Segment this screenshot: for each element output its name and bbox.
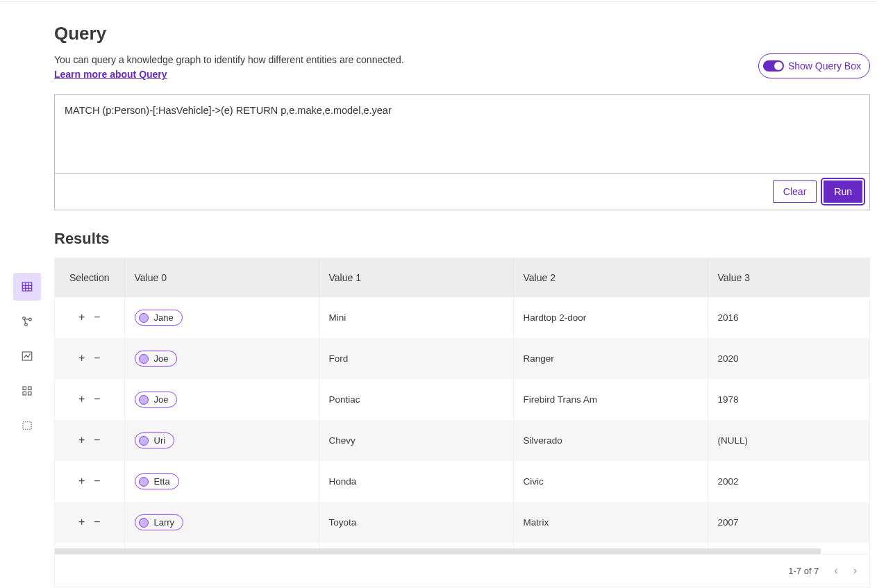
entity-dot-icon: [139, 518, 149, 528]
results-table: Selection Value 0 Value 1 Value 2 Value …: [55, 258, 869, 548]
selection-cell: +−: [55, 543, 124, 548]
value-cell: [319, 543, 513, 548]
value-cell: Ranger: [513, 338, 708, 379]
svg-point-6: [29, 318, 32, 321]
value-cell: [513, 543, 708, 548]
value-cell: 2002: [708, 461, 869, 502]
entity-dot-icon: [139, 313, 149, 323]
value-cell: 1978: [708, 379, 869, 420]
value-cell: (NULL): [708, 420, 869, 461]
selection-cell: +−: [55, 338, 124, 379]
remove-row-icon[interactable]: −: [92, 435, 102, 445]
add-row-icon[interactable]: +: [77, 476, 87, 486]
results-panel: Selection Value 0 Value 1 Value 2 Value …: [54, 258, 870, 587]
value-cell: 2020: [708, 338, 869, 379]
svg-rect-13: [23, 392, 26, 396]
entity-cell: Joe: [124, 338, 319, 379]
remove-row-icon[interactable]: −: [92, 394, 102, 404]
svg-rect-15: [23, 422, 31, 430]
value-cell: Hardtop 2-door: [513, 297, 708, 338]
add-row-icon[interactable]: +: [77, 394, 87, 404]
col-value-1[interactable]: Value 1: [319, 258, 513, 297]
pagination-bar: 1-7 of 7 ‹ ›: [55, 554, 869, 587]
selection-cell: +−: [55, 502, 124, 543]
next-page-icon[interactable]: ›: [853, 564, 857, 577]
page-description: You can query a knowledge graph to ident…: [54, 54, 404, 65]
run-button[interactable]: Run: [824, 180, 862, 203]
table-row: +−UriChevySilverado(NULL): [55, 420, 869, 461]
add-row-icon[interactable]: +: [77, 312, 87, 322]
svg-point-7: [25, 324, 28, 326]
table-row: +−LarryToyotaMatrix2007: [55, 502, 869, 543]
remove-row-icon[interactable]: −: [92, 312, 102, 322]
toggle-label: Show Query Box: [788, 60, 861, 72]
value-cell: Civic: [513, 461, 708, 502]
learn-more-link[interactable]: Learn more about Query: [54, 69, 167, 80]
page-title: Query: [54, 23, 404, 44]
results-scroll[interactable]: Selection Value 0 Value 1 Value 2 Value …: [55, 258, 869, 548]
remove-row-icon[interactable]: −: [92, 353, 102, 363]
value-cell: [708, 543, 869, 548]
prev-page-icon[interactable]: ‹: [834, 564, 837, 577]
entity-chip[interactable]: Joe: [135, 351, 178, 367]
chart-view-icon[interactable]: [13, 342, 41, 370]
svg-rect-0: [22, 283, 32, 291]
entity-chip[interactable]: Uri: [135, 432, 175, 448]
value-cell: 2016: [708, 297, 869, 338]
col-selection[interactable]: Selection: [55, 258, 124, 297]
entity-cell: Etta: [124, 461, 319, 502]
table-row: +−EttaHondaCivic2002: [55, 461, 869, 502]
col-value-0[interactable]: Value 0: [124, 258, 319, 297]
value-cell: Honda: [319, 461, 513, 502]
add-row-icon[interactable]: +: [77, 353, 87, 363]
query-editor: Clear Run: [54, 94, 870, 210]
remove-row-icon[interactable]: −: [92, 476, 102, 486]
show-query-box-toggle[interactable]: Show Query Box: [758, 53, 870, 78]
entity-cell: Uri: [124, 420, 319, 461]
results-title: Results: [54, 230, 870, 248]
svg-line-9: [24, 319, 26, 324]
entity-label: Larry: [154, 517, 175, 528]
col-value-3[interactable]: Value 3: [708, 258, 869, 297]
pagination-text: 1-7 of 7: [788, 566, 819, 576]
entity-label: Uri: [154, 435, 166, 446]
value-cell: Pontiac: [319, 379, 513, 420]
table-row: +−JaneMiniHardtop 2-door2016: [55, 297, 869, 338]
value-cell: Firebird Trans Am: [513, 379, 708, 420]
graph-view-icon[interactable]: [13, 308, 41, 335]
entity-chip[interactable]: Larry: [135, 514, 184, 530]
view-rail: [0, 2, 54, 588]
query-input[interactable]: [55, 95, 869, 170]
entity-dot-icon: [139, 477, 149, 487]
entity-chip[interactable]: Etta: [135, 473, 179, 489]
entity-chip[interactable]: Jane: [135, 310, 183, 326]
entity-dot-icon: [139, 354, 149, 364]
svg-rect-12: [28, 387, 32, 390]
add-row-icon[interactable]: +: [77, 517, 87, 527]
entity-label: Joe: [154, 394, 169, 405]
col-value-2[interactable]: Value 2: [513, 258, 708, 297]
remove-row-icon[interactable]: −: [92, 517, 102, 527]
value-cell: Toyota: [319, 502, 513, 543]
add-row-icon[interactable]: +: [77, 435, 87, 445]
entity-chip[interactable]: Joe: [135, 392, 178, 408]
entity-cell: Jane: [124, 297, 319, 338]
grid-view-icon[interactable]: [13, 377, 41, 405]
svg-rect-14: [28, 392, 32, 396]
table-row: +−JoePontiacFirebird Trans Am1978: [55, 379, 869, 420]
table-row: +−: [55, 543, 869, 548]
value-cell: Chevy: [319, 420, 513, 461]
entity-label: Joe: [154, 353, 169, 364]
entity-cell: Larry: [124, 502, 319, 543]
clear-button[interactable]: Clear: [773, 180, 817, 203]
entity-label: Jane: [154, 312, 174, 323]
table-row: +−JoeFordRanger2020: [55, 338, 869, 379]
value-cell: 2007: [708, 502, 869, 543]
horizontal-scrollbar[interactable]: [55, 548, 821, 554]
selection-cell: +−: [55, 461, 124, 502]
select-view-icon[interactable]: [13, 412, 41, 439]
value-cell: Matrix: [513, 502, 708, 543]
value-cell: Mini: [319, 297, 513, 338]
table-view-icon[interactable]: [13, 273, 41, 301]
value-cell: Silverado: [513, 420, 708, 461]
